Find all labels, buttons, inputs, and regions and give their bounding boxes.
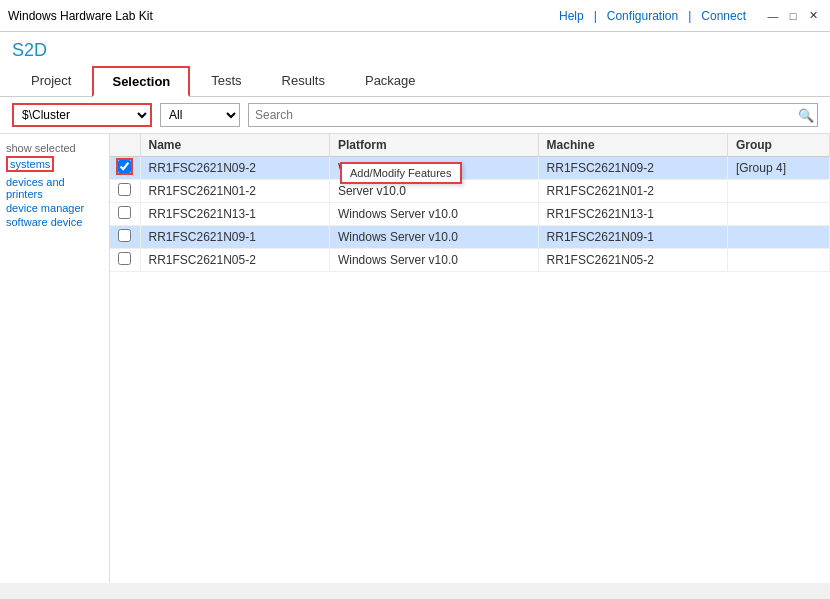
row-group: [Group 4] xyxy=(727,157,829,180)
left-panel-item-software-device[interactable]: software device xyxy=(6,216,103,228)
search-box-wrap: 🔍 xyxy=(248,103,818,127)
row-checkbox[interactable] xyxy=(118,229,131,242)
row-group xyxy=(727,180,829,203)
row-checkbox-cell xyxy=(110,180,140,203)
row-machine: RR1FSC2621N13-1 xyxy=(538,203,727,226)
row-group xyxy=(727,203,829,226)
table-row[interactable]: RR1FSC2621N13-1Windows Server v10.0RR1FS… xyxy=(110,203,830,226)
tab-project[interactable]: Project xyxy=(12,66,90,97)
row-name: RR1FSC2621N09-2 xyxy=(140,157,329,180)
right-panel: Name Platform Machine Group RR1FSC2621N0… xyxy=(110,134,830,583)
title-bar-controls: — □ ✕ xyxy=(764,7,822,25)
help-link[interactable]: Help xyxy=(559,9,584,23)
scope-dropdown[interactable]: $\Cluster xyxy=(12,103,152,127)
row-group xyxy=(727,226,829,249)
title-bar-right: Help | Configuration | Connect — □ ✕ xyxy=(559,7,822,25)
configuration-link[interactable]: Configuration xyxy=(607,9,678,23)
tab-tests[interactable]: Tests xyxy=(192,66,260,97)
col-platform: Platform xyxy=(329,134,538,157)
col-group: Group xyxy=(727,134,829,157)
filter-dropdown[interactable]: All xyxy=(160,103,240,127)
col-checkbox xyxy=(110,134,140,157)
main-content: show selected systems devices and printe… xyxy=(0,134,830,583)
row-name: RR1FSC2621N05-2 xyxy=(140,249,329,272)
systems-link[interactable]: systems xyxy=(6,156,54,172)
tab-package[interactable]: Package xyxy=(346,66,435,97)
row-checkbox[interactable] xyxy=(118,206,131,219)
row-name: RR1FSC2621N13-1 xyxy=(140,203,329,226)
left-panel: show selected systems devices and printe… xyxy=(0,134,110,583)
connect-link[interactable]: Connect xyxy=(701,9,746,23)
table-row[interactable]: RR1FSC2621N09-1Windows Server v10.0RR1FS… xyxy=(110,226,830,249)
row-checkbox[interactable] xyxy=(118,183,131,196)
row-name: RR1FSC2621N09-1 xyxy=(140,226,329,249)
table-row[interactable]: RR1FSC2621N05-2Windows Server v10.0RR1FS… xyxy=(110,249,830,272)
row-machine: RR1FSC2621N01-2 xyxy=(538,180,727,203)
toolbar: $\Cluster All 🔍 xyxy=(0,97,830,134)
table-body: RR1FSC2621N09-2Windows Server v10.0RR1FS… xyxy=(110,157,830,272)
tab-selection[interactable]: Selection xyxy=(92,66,190,97)
nav-tabs: ProjectSelectionTestsResultsPackage xyxy=(0,65,830,97)
row-checkbox-cell xyxy=(110,203,140,226)
row-checkbox[interactable] xyxy=(118,160,131,173)
title-bar: Windows Hardware Lab Kit Help | Configur… xyxy=(0,0,830,32)
row-platform: Windows Server v10.0 xyxy=(329,226,538,249)
add-modify-features-button[interactable]: Add/Modify Features xyxy=(340,162,462,184)
maximize-button[interactable]: □ xyxy=(784,7,802,25)
table-header: Name Platform Machine Group xyxy=(110,134,830,157)
minimize-button[interactable]: — xyxy=(764,7,782,25)
data-table: Name Platform Machine Group RR1FSC2621N0… xyxy=(110,134,830,272)
col-machine: Machine xyxy=(538,134,727,157)
show-selected-label: show selected xyxy=(6,142,103,154)
row-checkbox-cell xyxy=(110,249,140,272)
row-name: RR1FSC2621N01-2 xyxy=(140,180,329,203)
row-group xyxy=(727,249,829,272)
table-row[interactable]: RR1FSC2621N09-2Windows Server v10.0RR1FS… xyxy=(110,157,830,180)
app-title: S2D xyxy=(12,36,818,65)
row-machine: RR1FSC2621N09-1 xyxy=(538,226,727,249)
row-checkbox-cell xyxy=(110,226,140,249)
close-button[interactable]: ✕ xyxy=(804,7,822,25)
left-panel-item-devices-printers[interactable]: devices and printers xyxy=(6,176,103,200)
app-title-bar: Windows Hardware Lab Kit xyxy=(8,9,153,23)
row-checkbox[interactable] xyxy=(118,252,131,265)
search-input[interactable] xyxy=(248,103,818,127)
row-platform: Windows Server v10.0 xyxy=(329,249,538,272)
tab-results[interactable]: Results xyxy=(263,66,344,97)
row-machine: RR1FSC2621N09-2 xyxy=(538,157,727,180)
row-machine: RR1FSC2621N05-2 xyxy=(538,249,727,272)
table-row[interactable]: RR1FSC2621N01-2Server v10.0RR1FSC2621N01… xyxy=(110,180,830,203)
left-panel-item-device-manager[interactable]: device manager xyxy=(6,202,103,214)
row-platform: Windows Server v10.0 xyxy=(329,203,538,226)
col-name: Name xyxy=(140,134,329,157)
row-checkbox-cell xyxy=(110,157,140,180)
app-header: S2D xyxy=(0,32,830,65)
